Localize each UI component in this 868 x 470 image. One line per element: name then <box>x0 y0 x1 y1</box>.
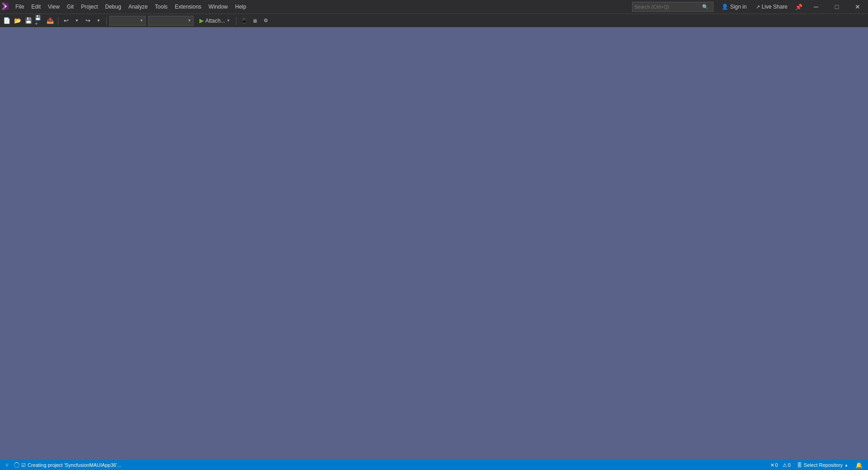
menu-analyze[interactable]: Analyze <box>125 0 151 14</box>
toolbar: 📄 📂 💾 💾+ 📤 ↩ ▼ ↪ ▼ ▼ ▼ ▶ Attach... ▼ 📱 🖥… <box>0 14 868 27</box>
minimize-button[interactable]: ─ <box>806 0 826 14</box>
status-right: ✕ 0 ⚠ 0 🗄 Select Repository ▲ 🔔 <box>769 460 868 470</box>
configuration-dropdown-arrow: ▼ <box>140 19 143 23</box>
menu-tools[interactable]: Tools <box>151 0 171 14</box>
emulator-button[interactable]: 🖥 <box>250 16 260 26</box>
separator-2 <box>106 17 107 25</box>
menu-extensions[interactable]: Extensions <box>171 0 205 14</box>
warning-number: 0 <box>788 462 791 468</box>
open-folder-button[interactable]: 📂 <box>13 16 23 26</box>
search-input[interactable] <box>634 4 702 9</box>
separator-3 <box>236 17 236 25</box>
menu-window[interactable]: Window <box>205 0 231 14</box>
undo-button[interactable]: ↩ <box>61 16 71 26</box>
sign-in-button[interactable]: 👤 Sign in <box>717 4 751 10</box>
status-creating-project: ☑ Creating project 'SyncfusionMAUIApp36'… <box>14 462 121 468</box>
platform-dropdown[interactable]: ▼ <box>148 16 193 26</box>
status-git-area[interactable]: ⑂ <box>3 460 11 470</box>
status-bar: ⑂ ☑ Creating project 'SyncfusionMAUIApp3… <box>0 460 868 470</box>
sign-in-label: Sign in <box>730 4 747 10</box>
redo-dropdown[interactable]: ▼ <box>94 16 104 26</box>
live-share-button[interactable]: ↗ Live Share <box>751 4 792 10</box>
loading-spinner <box>14 462 19 468</box>
platform-dropdown-arrow: ▼ <box>188 19 191 23</box>
menu-debug[interactable]: Debug <box>102 0 125 14</box>
menu-bar: File Edit View Git Project Debug Analyze… <box>12 0 628 14</box>
save-all-button[interactable]: 💾+ <box>34 16 44 26</box>
separator-1 <box>58 17 58 25</box>
attach-dropdown-arrow: ▼ <box>226 19 230 23</box>
redo-button[interactable]: ↪ <box>83 16 93 26</box>
save-button[interactable]: 💾 <box>24 16 33 26</box>
menu-view[interactable]: View <box>44 0 63 14</box>
configuration-dropdown[interactable]: ▼ <box>109 16 146 26</box>
attach-label: Attach... <box>205 18 225 24</box>
error-warning-area: ✕ 0 ⚠ 0 <box>769 462 793 468</box>
search-box[interactable]: 🔍 <box>632 2 713 12</box>
settings-toolbar-button[interactable]: ⚙ <box>261 16 271 26</box>
pin-button[interactable]: 📌 <box>792 0 806 14</box>
menu-edit[interactable]: Edit <box>28 0 44 14</box>
undo-dropdown[interactable]: ▼ <box>72 16 82 26</box>
warning-icon: ⚠ <box>783 462 787 468</box>
sign-in-icon: 👤 <box>722 4 728 10</box>
live-share-label: Live Share <box>762 4 788 10</box>
warning-count[interactable]: ⚠ 0 <box>781 462 793 468</box>
status-creating-icon: ☑ <box>21 462 26 468</box>
vs-logo <box>2 2 10 12</box>
menu-file[interactable]: File <box>12 0 28 14</box>
close-button[interactable]: ✕ <box>847 0 868 14</box>
select-repo-chevron: ▲ <box>844 463 848 467</box>
status-left: ⑂ ☑ Creating project 'SyncfusionMAUIApp3… <box>0 460 121 470</box>
title-bar-right: 👤 Sign in ↗ Live Share 📌 ─ □ ✕ <box>717 0 868 14</box>
git-icon: ⑂ <box>5 462 9 468</box>
select-repository-button[interactable]: 🗄 Select Repository ▲ <box>793 460 852 470</box>
new-file-button[interactable]: 📄 <box>2 16 12 26</box>
select-repo-icon: 🗄 <box>797 462 802 468</box>
publish-button[interactable]: 📤 <box>45 16 55 26</box>
main-content <box>0 27 868 460</box>
menu-project[interactable]: Project <box>77 0 101 14</box>
error-icon: ✕ <box>770 462 774 468</box>
attach-button[interactable]: ▶ Attach... ▼ <box>196 16 233 26</box>
notification-button[interactable]: 🔔 <box>853 462 865 469</box>
device-button[interactable]: 📱 <box>239 16 249 26</box>
window-controls: ─ □ ✕ <box>806 0 868 14</box>
maximize-button[interactable]: □ <box>826 0 847 14</box>
attach-play-icon: ▶ <box>199 17 204 24</box>
error-count[interactable]: ✕ 0 <box>769 462 780 468</box>
error-number: 0 <box>775 462 778 468</box>
search-icon: 🔍 <box>702 4 708 10</box>
select-repo-label: Select Repository <box>804 462 843 468</box>
title-bar: File Edit View Git Project Debug Analyze… <box>0 0 868 14</box>
menu-git[interactable]: Git <box>63 0 77 14</box>
menu-help[interactable]: Help <box>231 0 250 14</box>
status-creating-text: Creating project 'SyncfusionMAUIApp36'..… <box>28 462 121 468</box>
live-share-icon: ↗ <box>756 4 760 10</box>
